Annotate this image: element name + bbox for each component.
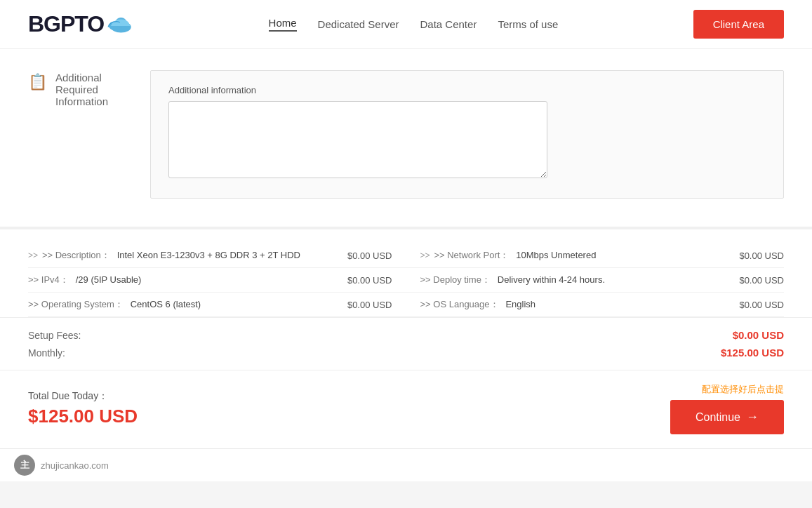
main-content: 📋 Additional Required Information Additi… [0,49,812,448]
additional-form: Additional information [150,70,784,199]
os-label: >> Operating System： [28,299,124,309]
monthly-fee-row: Monthly: $125.00 USD [28,344,784,361]
summary-row-1: >> >> Description： Intel Xeon E3-1230v3 … [28,243,784,268]
continue-arrow-icon: → [746,410,759,425]
summary-row-2-right: >> Deploy time： Delivery within 4-24 hou… [406,274,785,286]
deploy-value: Delivery within 4-24 hours. [498,274,605,285]
ipv4-label: >> IPv4： [28,274,69,285]
desc-price: $0.00 USD [329,250,392,261]
summary-row-2-left: >> IPv4： /29 (5IP Usable) $0.00 USD [28,274,406,286]
logo: BGPTO [28,11,133,37]
os-price: $0.00 USD [329,300,392,310]
additional-info-section: 📋 Additional Required Information Additi… [0,49,812,229]
os-value: CentOS 6 (latest) [131,299,201,309]
continue-button[interactable]: Continue → [670,400,784,434]
header: BGPTO Home Dedicated Server Data Center … [0,0,812,49]
oslang-price: $0.00 USD [721,300,784,310]
oslang-value: English [505,299,535,309]
monthly-fee-label: Monthly: [28,347,65,359]
monthly-fee-value: $125.00 USD [721,347,784,359]
summary-row-1-right: >> >> Network Port： 10Mbps Unmetered $0.… [406,249,785,262]
fees-section: Setup Fees: $0.00 USD Monthly: $125.00 U… [0,318,812,370]
summary-row-3-right: >> OS Language： English $0.00 USD [406,298,785,311]
footer-bar: 主 zhujicankao.com [0,448,812,481]
config-hint: 配置选择好后点击提 [702,383,784,396]
footer-logo-icon: 主 [14,455,35,476]
summary-row-3-left: >> Operating System： CentOS 6 (latest) $… [28,298,406,311]
summary-row-2: >> IPv4： /29 (5IP Usable) $0.00 USD >> D… [28,268,784,293]
section-icon: 📋 [28,73,47,91]
logo-text: BGPTO [28,11,104,37]
setup-fee-label: Setup Fees: [28,330,81,341]
ipv4-price: $0.00 USD [329,275,392,286]
field-label: Additional information [168,85,766,95]
deploy-price: $0.00 USD [721,275,784,286]
desc-value: Intel Xeon E3-1230v3 + 8G DDR 3 + 2T HDD [117,250,300,260]
nav-dedicated-server[interactable]: Dedicated Server [318,18,399,30]
additional-info-textarea[interactable] [168,101,547,178]
footer-text: zhujicankao.com [41,460,109,471]
network-price: $0.00 USD [721,250,784,261]
summary-row-1-left: >> >> Description： Intel Xeon E3-1230v3 … [28,249,406,262]
nav-terms[interactable]: Terms of use [498,18,558,30]
logo-cloud-icon [105,14,133,35]
main-nav: Home Dedicated Server Data Center Terms … [269,17,559,32]
setup-fee-row: Setup Fees: $0.00 USD [28,326,784,344]
deploy-label: >> Deploy time： [420,274,491,285]
network-label: >> Network Port： [434,250,509,260]
total-right: 配置选择好后点击提 Continue → [670,383,784,434]
summary-section: >> >> Description： Intel Xeon E3-1230v3 … [0,229,812,318]
total-left: Total Due Today： $125.00 USD [28,390,138,427]
ipv4-value: /29 (5IP Usable) [76,274,142,285]
section-title-line2: Required Information [55,83,108,107]
section-header: 📋 Additional Required Information [28,72,140,107]
total-value: $125.00 USD [28,406,138,427]
total-section: Total Due Today： $125.00 USD 配置选择好后点击提 C… [0,370,812,448]
nav-home[interactable]: Home [269,17,297,32]
oslang-label: >> OS Language： [420,299,499,309]
network-value: 10Mbps Unmetered [516,250,596,260]
summary-row-3: >> Operating System： CentOS 6 (latest) $… [28,293,784,317]
continue-label: Continue [695,411,740,424]
desc-label: >> Description： [42,250,110,260]
client-area-button[interactable]: Client Area [693,10,784,39]
nav-data-center[interactable]: Data Center [420,18,477,30]
section-title-line1: Additional [55,72,102,83]
setup-fee-value: $0.00 USD [733,329,784,341]
total-label: Total Due Today： [28,390,108,401]
